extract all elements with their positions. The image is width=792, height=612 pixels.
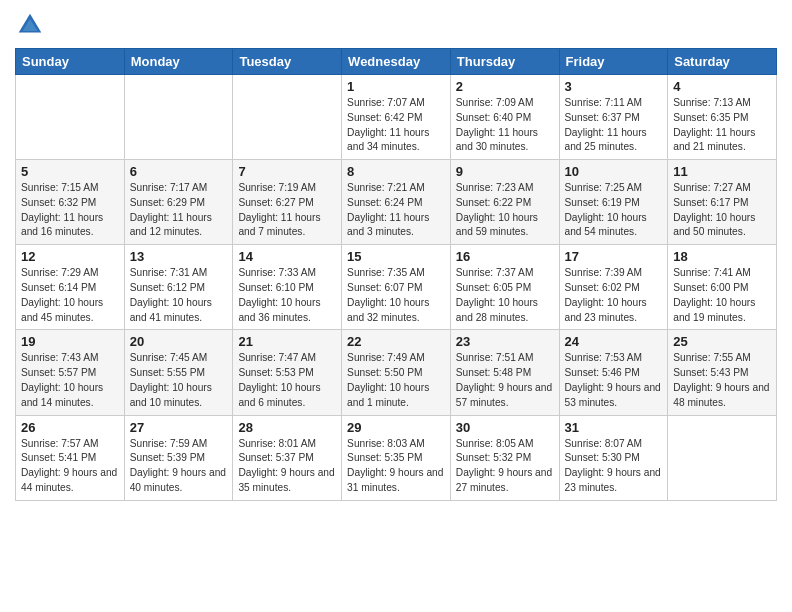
day-number: 23 xyxy=(456,334,554,349)
day-number: 6 xyxy=(130,164,228,179)
logo xyxy=(15,10,50,40)
day-number: 21 xyxy=(238,334,336,349)
day-info: Sunrise: 7:47 AM Sunset: 5:53 PM Dayligh… xyxy=(238,351,336,410)
day-info: Sunrise: 7:33 AM Sunset: 6:10 PM Dayligh… xyxy=(238,266,336,325)
day-number: 11 xyxy=(673,164,771,179)
col-header-friday: Friday xyxy=(559,49,668,75)
col-header-thursday: Thursday xyxy=(450,49,559,75)
day-info: Sunrise: 7:53 AM Sunset: 5:46 PM Dayligh… xyxy=(565,351,663,410)
day-number: 15 xyxy=(347,249,445,264)
day-number: 25 xyxy=(673,334,771,349)
calendar-cell: 11Sunrise: 7:27 AM Sunset: 6:17 PM Dayli… xyxy=(668,160,777,245)
day-info: Sunrise: 7:17 AM Sunset: 6:29 PM Dayligh… xyxy=(130,181,228,240)
calendar-week-3: 19Sunrise: 7:43 AM Sunset: 5:57 PM Dayli… xyxy=(16,330,777,415)
day-info: Sunrise: 7:11 AM Sunset: 6:37 PM Dayligh… xyxy=(565,96,663,155)
calendar-week-4: 26Sunrise: 7:57 AM Sunset: 5:41 PM Dayli… xyxy=(16,415,777,500)
calendar-cell: 10Sunrise: 7:25 AM Sunset: 6:19 PM Dayli… xyxy=(559,160,668,245)
calendar-cell: 9Sunrise: 7:23 AM Sunset: 6:22 PM Daylig… xyxy=(450,160,559,245)
day-number: 10 xyxy=(565,164,663,179)
day-number: 24 xyxy=(565,334,663,349)
day-info: Sunrise: 7:59 AM Sunset: 5:39 PM Dayligh… xyxy=(130,437,228,496)
calendar-cell: 16Sunrise: 7:37 AM Sunset: 6:05 PM Dayli… xyxy=(450,245,559,330)
calendar-header-row: SundayMondayTuesdayWednesdayThursdayFrid… xyxy=(16,49,777,75)
calendar-cell: 6Sunrise: 7:17 AM Sunset: 6:29 PM Daylig… xyxy=(124,160,233,245)
day-number: 29 xyxy=(347,420,445,435)
calendar-cell: 7Sunrise: 7:19 AM Sunset: 6:27 PM Daylig… xyxy=(233,160,342,245)
day-number: 2 xyxy=(456,79,554,94)
calendar-cell: 31Sunrise: 8:07 AM Sunset: 5:30 PM Dayli… xyxy=(559,415,668,500)
page-container: SundayMondayTuesdayWednesdayThursdayFrid… xyxy=(0,0,792,506)
calendar-cell: 28Sunrise: 8:01 AM Sunset: 5:37 PM Dayli… xyxy=(233,415,342,500)
header xyxy=(15,10,777,40)
day-info: Sunrise: 8:03 AM Sunset: 5:35 PM Dayligh… xyxy=(347,437,445,496)
day-info: Sunrise: 7:35 AM Sunset: 6:07 PM Dayligh… xyxy=(347,266,445,325)
day-number: 9 xyxy=(456,164,554,179)
calendar-cell: 3Sunrise: 7:11 AM Sunset: 6:37 PM Daylig… xyxy=(559,75,668,160)
day-number: 22 xyxy=(347,334,445,349)
day-number: 18 xyxy=(673,249,771,264)
calendar-cell: 12Sunrise: 7:29 AM Sunset: 6:14 PM Dayli… xyxy=(16,245,125,330)
day-info: Sunrise: 7:29 AM Sunset: 6:14 PM Dayligh… xyxy=(21,266,119,325)
calendar-cell: 19Sunrise: 7:43 AM Sunset: 5:57 PM Dayli… xyxy=(16,330,125,415)
calendar-cell: 5Sunrise: 7:15 AM Sunset: 6:32 PM Daylig… xyxy=(16,160,125,245)
calendar-cell: 4Sunrise: 7:13 AM Sunset: 6:35 PM Daylig… xyxy=(668,75,777,160)
calendar-cell: 30Sunrise: 8:05 AM Sunset: 5:32 PM Dayli… xyxy=(450,415,559,500)
col-header-monday: Monday xyxy=(124,49,233,75)
day-info: Sunrise: 7:41 AM Sunset: 6:00 PM Dayligh… xyxy=(673,266,771,325)
calendar-cell: 27Sunrise: 7:59 AM Sunset: 5:39 PM Dayli… xyxy=(124,415,233,500)
day-number: 14 xyxy=(238,249,336,264)
day-info: Sunrise: 7:37 AM Sunset: 6:05 PM Dayligh… xyxy=(456,266,554,325)
calendar-cell: 14Sunrise: 7:33 AM Sunset: 6:10 PM Dayli… xyxy=(233,245,342,330)
day-number: 12 xyxy=(21,249,119,264)
day-info: Sunrise: 7:07 AM Sunset: 6:42 PM Dayligh… xyxy=(347,96,445,155)
calendar-cell: 17Sunrise: 7:39 AM Sunset: 6:02 PM Dayli… xyxy=(559,245,668,330)
calendar-cell xyxy=(668,415,777,500)
calendar-table: SundayMondayTuesdayWednesdayThursdayFrid… xyxy=(15,48,777,501)
day-info: Sunrise: 7:21 AM Sunset: 6:24 PM Dayligh… xyxy=(347,181,445,240)
calendar-week-0: 1Sunrise: 7:07 AM Sunset: 6:42 PM Daylig… xyxy=(16,75,777,160)
day-number: 30 xyxy=(456,420,554,435)
day-number: 26 xyxy=(21,420,119,435)
calendar-cell: 1Sunrise: 7:07 AM Sunset: 6:42 PM Daylig… xyxy=(342,75,451,160)
calendar-cell: 8Sunrise: 7:21 AM Sunset: 6:24 PM Daylig… xyxy=(342,160,451,245)
col-header-sunday: Sunday xyxy=(16,49,125,75)
calendar-week-2: 12Sunrise: 7:29 AM Sunset: 6:14 PM Dayli… xyxy=(16,245,777,330)
calendar-cell xyxy=(16,75,125,160)
day-number: 20 xyxy=(130,334,228,349)
col-header-wednesday: Wednesday xyxy=(342,49,451,75)
day-info: Sunrise: 7:15 AM Sunset: 6:32 PM Dayligh… xyxy=(21,181,119,240)
calendar-cell: 21Sunrise: 7:47 AM Sunset: 5:53 PM Dayli… xyxy=(233,330,342,415)
day-number: 31 xyxy=(565,420,663,435)
day-number: 28 xyxy=(238,420,336,435)
day-info: Sunrise: 7:45 AM Sunset: 5:55 PM Dayligh… xyxy=(130,351,228,410)
day-number: 1 xyxy=(347,79,445,94)
day-info: Sunrise: 7:55 AM Sunset: 5:43 PM Dayligh… xyxy=(673,351,771,410)
calendar-cell: 24Sunrise: 7:53 AM Sunset: 5:46 PM Dayli… xyxy=(559,330,668,415)
day-info: Sunrise: 7:27 AM Sunset: 6:17 PM Dayligh… xyxy=(673,181,771,240)
day-number: 16 xyxy=(456,249,554,264)
day-info: Sunrise: 7:19 AM Sunset: 6:27 PM Dayligh… xyxy=(238,181,336,240)
calendar-week-1: 5Sunrise: 7:15 AM Sunset: 6:32 PM Daylig… xyxy=(16,160,777,245)
day-number: 7 xyxy=(238,164,336,179)
day-number: 3 xyxy=(565,79,663,94)
col-header-tuesday: Tuesday xyxy=(233,49,342,75)
calendar-cell: 20Sunrise: 7:45 AM Sunset: 5:55 PM Dayli… xyxy=(124,330,233,415)
calendar-cell: 2Sunrise: 7:09 AM Sunset: 6:40 PM Daylig… xyxy=(450,75,559,160)
calendar-cell: 25Sunrise: 7:55 AM Sunset: 5:43 PM Dayli… xyxy=(668,330,777,415)
day-number: 19 xyxy=(21,334,119,349)
day-info: Sunrise: 8:05 AM Sunset: 5:32 PM Dayligh… xyxy=(456,437,554,496)
calendar-cell xyxy=(233,75,342,160)
day-info: Sunrise: 7:57 AM Sunset: 5:41 PM Dayligh… xyxy=(21,437,119,496)
logo-icon xyxy=(15,10,45,40)
day-info: Sunrise: 7:43 AM Sunset: 5:57 PM Dayligh… xyxy=(21,351,119,410)
calendar-cell xyxy=(124,75,233,160)
day-info: Sunrise: 7:39 AM Sunset: 6:02 PM Dayligh… xyxy=(565,266,663,325)
col-header-saturday: Saturday xyxy=(668,49,777,75)
day-number: 8 xyxy=(347,164,445,179)
calendar-cell: 13Sunrise: 7:31 AM Sunset: 6:12 PM Dayli… xyxy=(124,245,233,330)
calendar-cell: 29Sunrise: 8:03 AM Sunset: 5:35 PM Dayli… xyxy=(342,415,451,500)
day-number: 4 xyxy=(673,79,771,94)
day-number: 17 xyxy=(565,249,663,264)
day-info: Sunrise: 7:51 AM Sunset: 5:48 PM Dayligh… xyxy=(456,351,554,410)
day-info: Sunrise: 7:13 AM Sunset: 6:35 PM Dayligh… xyxy=(673,96,771,155)
